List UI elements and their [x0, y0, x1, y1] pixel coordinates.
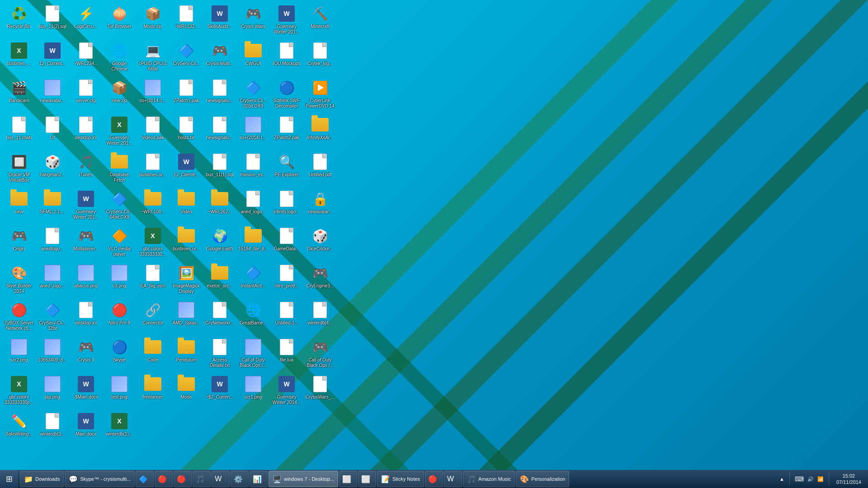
desktop-icon-hangman2[interactable]: 🎲 hangman2... — [36, 151, 69, 187]
desktop-icon-pendulum[interactable]: Pendulum — [170, 336, 203, 372]
desktop-icon-scr1png[interactable]: scr1.png — [237, 373, 269, 409]
desktop-icon-bus-sql1[interactable]: bus_11(2).sql — [36, 3, 69, 39]
desktop-icon-winterdb1[interactable]: X winterdb(1)... — [103, 410, 136, 446]
desktop-icon-server-cfg[interactable]: server.cfg — [70, 77, 102, 113]
desktop-icon-sfml21[interactable]: SFML-2.1-... — [36, 188, 69, 224]
desktop-icon-gamedata[interactable]: GameData... — [270, 225, 303, 261]
desktop-icon-origin[interactable]: 🎮 Origin — [3, 225, 35, 261]
desktop-icon-crysis-multi1[interactable]: 🎮 Crysis-Multi... — [203, 40, 236, 76]
desktop-icon-exetoc-src[interactable]: exetoc_src... — [203, 262, 236, 298]
desktop-icon-ss2014-2[interactable]: ss+(2014-1... — [237, 114, 269, 150]
desktop-icon-sothink[interactable]: 🔵 Sothink SWF Decompiler — [270, 77, 303, 113]
taskbar-item-personalization[interactable]: 🎨Personalization — [516, 471, 569, 487]
desktop-icon-wrl234[interactable]: ~WRL234... — [70, 40, 102, 76]
desktop-icon-videos-pak[interactable]: Videos.pak — [137, 114, 169, 150]
desktop-icon-13client[interactable]: W 13_Clienté... — [170, 151, 203, 187]
desktop-icon-crysis3[interactable]: 🎮 Crysis 3 — [70, 336, 102, 372]
tray-volume[interactable]: 🔊 — [807, 476, 814, 482]
desktop-icon-recycle-bin[interactable]: ♻️ Recycle Bin — [3, 3, 35, 39]
taskbar-item-task8[interactable]: ⚙️ — [231, 471, 249, 487]
desktop-icon-bandicam[interactable]: 🎬 Bandicam — [3, 77, 35, 113]
desktop-icon-aned-logo2[interactable]: aned_logo... — [36, 262, 69, 298]
tray-expand[interactable]: ▲ — [779, 476, 784, 482]
desktop-icon-aned-logo1[interactable]: aned_logo... — [237, 188, 269, 224]
desktop-icon-infinity-logo[interactable]: infinity.logo... — [270, 188, 303, 224]
desktop-icon-newsignatu2[interactable]: newsignatu... — [203, 114, 236, 150]
desktop-icon-file-lua[interactable]: file.lua — [270, 336, 303, 372]
desktop-icon-bustimes-or[interactable]: bustimes.or... — [137, 151, 169, 187]
desktop-icon-winterdb4[interactable]: winterdb(4... — [304, 299, 336, 335]
desktop-icon-cryserv-cli2[interactable]: 🔷 CryServ-Cli... 32bit.DX9 — [237, 77, 269, 113]
tray-network[interactable]: 📶 — [817, 476, 824, 482]
desktop-icon-test-png[interactable]: test.png — [103, 373, 136, 409]
desktop-icon-bustimes-or2[interactable]: bustimes.or... — [170, 225, 203, 261]
desktop-icon-new-zip[interactable]: 📦 new.zip — [103, 77, 136, 113]
desktop-icon-winterdb3[interactable]: winterdb(3... — [36, 410, 69, 446]
desktop-icon-guernsey-winter2[interactable]: X Guernsey Winter 201... — [103, 114, 136, 150]
taskbar-item-red2-task[interactable]: 🔴 — [174, 471, 192, 487]
desktop-icon-freelancer[interactable]: freelancer — [137, 373, 169, 409]
taskbar-item-word-task[interactable]: W — [212, 471, 230, 487]
desktop-icon-google-chrome[interactable]: 🌐 Google Chrome — [103, 40, 136, 76]
desktop-icon-zybox[interactable]: 🔴 ZyBOX Server Network (B... — [3, 299, 35, 335]
desktop-icon-abacus[interactable]: abacus.png — [70, 262, 102, 298]
desktop-icon-ui[interactable]: UI — [36, 114, 69, 150]
desktop-icon-crysis-wars[interactable]: 🎮 Crysis Wars — [237, 3, 269, 39]
desktop-icon-vlc[interactable]: 🔶 VLC media player — [103, 225, 136, 261]
desktop-icon-cod-black-ops-app[interactable]: 🎮 Call of Duty Black Ops I... — [304, 336, 336, 372]
desktop-icon-jap-png[interactable]: jap.png — [36, 373, 69, 409]
desktop-icon-s2-curren[interactable]: W ~$2_Curren... — [203, 373, 236, 409]
taskbar-item-red-task[interactable]: 🔴 — [155, 471, 173, 487]
desktop-icon-skillsaudit[interactable]: W SkillsAudit... — [203, 3, 236, 39]
desktop-icon-code[interactable]: Code — [137, 336, 169, 372]
desktop-icon-connector[interactable]: 🔗 Connector — [137, 299, 169, 335]
taskbar-item-skype-task[interactable]: 💬Skype™ - crysismulti... — [65, 471, 135, 487]
desktop-icon-15184-file[interactable]: 15184_file_8... — [237, 225, 269, 261]
desktop-icon-guernsey-winter1[interactable]: W Guernsey Winter 201... — [270, 3, 303, 39]
taskbar-item-word-task2[interactable]: W — [444, 471, 462, 487]
desktop-icon-oracle-vm[interactable]: 🔲 Oracle VM VirtualBox — [3, 151, 35, 187]
desktop-icon-database-fetch[interactable]: Database Fetch — [103, 151, 136, 187]
desktop-icon-skype[interactable]: 🔵 Skype — [103, 336, 136, 372]
taskbar-item-downloads[interactable]: 📁Downloads — [20, 471, 64, 487]
desktop-icon-gbt-colors2[interactable]: X gbt colors 333333330p... — [3, 373, 35, 409]
desktop-icon-zpatch1[interactable]: ZPatch1.pak — [170, 77, 203, 113]
desktop-icon-wrl262[interactable]: ~WRL262... — [203, 188, 236, 224]
desktop-icon-mission-mi[interactable]: mission_mi... — [237, 151, 269, 187]
desktop-icon-newavatar2[interactable]: 🔒 newavatar... — [304, 188, 336, 224]
desktop-icon-cryserv-cli1[interactable]: 🔷 CryServ-Cli... — [170, 40, 203, 76]
desktop-icon-untitled-pdf[interactable]: Untitled.pdf — [304, 151, 336, 187]
desktop-icon-video[interactable]: Video — [170, 188, 203, 224]
desktop-icon-c3png[interactable]: c3.png — [103, 262, 136, 298]
desktop-icon-anedlogo2[interactable]: anedlogo... — [36, 225, 69, 261]
desktop-icon-zpatch2[interactable]: ZPatch2.pak — [270, 114, 303, 150]
taskbar-item-itunes-task[interactable]: 🎵 — [193, 471, 211, 487]
desktop-icon-infinityxs[interactable]: InfinityXsAr... — [304, 114, 336, 150]
desktop-icon-wrl108[interactable]: ~WRL108... — [137, 188, 169, 224]
desktop-icon-amd-splash[interactable]: AMD_Splas... — [170, 299, 203, 335]
taskbar-item-task9[interactable]: 📊 — [250, 471, 268, 487]
desktop-icon-gbt-colors1[interactable]: X gbt colors 333333330... — [137, 225, 169, 261]
desktop-icon-nitro-pro9[interactable]: nitro_pro9... — [270, 262, 303, 298]
desktop-icon-scr2png[interactable]: scr2.png — [3, 336, 35, 372]
desktop-icon-desktop-ini2[interactable]: desktop.ini — [70, 299, 102, 335]
taskbar-item-task11[interactable]: ⬜ — [339, 471, 357, 487]
desktop-icon-google-earth[interactable]: 🌍 Google Earth — [203, 225, 236, 261]
taskbar-item-vs-task[interactable]: 🔷 — [136, 471, 154, 487]
desktop-icon-iou-mockups[interactable]: IOU Mockups — [270, 40, 303, 76]
tray-keyboard[interactable]: ⌨ — [795, 475, 804, 483]
desktop-icon-untitled1[interactable]: Untitled-1... — [270, 299, 303, 335]
desktop-icon-newavatar1[interactable]: newavatar... — [36, 77, 69, 113]
desktop-icon-cryserv-32bit[interactable]: 🔷 CryServ-Cli... 32bit — [36, 299, 69, 335]
desktop-icon-cryengine3[interactable]: 🎮 CryEngine3... — [304, 262, 336, 298]
desktop-icon-tor-browser[interactable]: 🧅 Tor Browser — [103, 3, 136, 39]
desktop-icon-bustimes1[interactable]: X bustimes_... — [3, 40, 35, 76]
desktop-icon-newsignatu1[interactable]: newsignatu... — [203, 77, 236, 113]
desktop-icon-nitro-pro9-2[interactable]: 🔴 Nitro Pro 9 — [103, 299, 136, 335]
desktop-icon-main-docx[interactable]: W Main.docx — [70, 410, 102, 446]
desktop-icon-mods[interactable]: Mods — [170, 373, 203, 409]
desktop-icon-cpuid1[interactable]: 💻 cPUID CPU-Z 64bit — [137, 40, 169, 76]
desktop-icon-wrl132[interactable]: ~WRL132... — [170, 3, 203, 39]
desktop-icon-12current[interactable]: W 12_Current... — [36, 40, 69, 76]
taskbar-item-windows-desktop[interactable]: 🖥️windows 7 - Desktop... — [269, 471, 338, 487]
